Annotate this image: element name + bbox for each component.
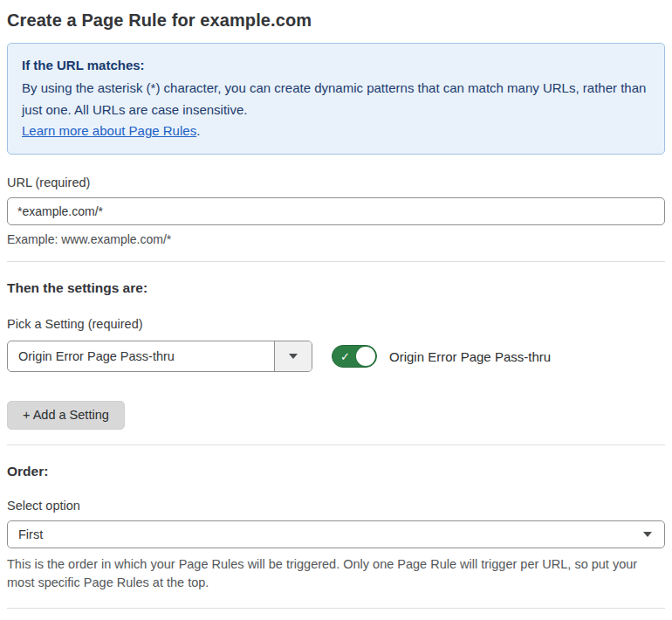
url-match-info-box: If the URL matches: By using the asteris… xyxy=(7,43,665,155)
add-setting-button[interactable]: + Add a Setting xyxy=(7,401,125,430)
page-title: Create a Page Rule for example.com xyxy=(7,10,665,31)
setting-row: Origin Error Page Pass-thru ✓ Origin Err… xyxy=(7,341,665,372)
check-icon: ✓ xyxy=(340,351,350,362)
footer-divider xyxy=(7,608,665,609)
create-page-rule-form: Create a Page Rule for example.com If th… xyxy=(0,0,672,620)
link-period: . xyxy=(196,123,200,138)
info-box-link-line: Learn more about Page Rules. xyxy=(22,121,650,141)
order-section-heading: Order: xyxy=(7,464,665,479)
toggle-knob xyxy=(356,347,375,366)
setting-toggle[interactable]: ✓ xyxy=(332,345,377,368)
pick-setting-label: Pick a Setting (required) xyxy=(7,317,665,331)
section-divider xyxy=(7,444,665,445)
order-help-text: This is the order in which your Page Rul… xyxy=(7,555,653,594)
setting-toggle-label: Origin Error Page Pass-thru xyxy=(389,349,551,364)
url-input[interactable] xyxy=(7,197,665,225)
url-example-hint: Example: www.example.com/* xyxy=(7,232,665,246)
info-box-body: By using the asterisk (*) character, you… xyxy=(22,78,650,121)
info-box-heading: If the URL matches: xyxy=(22,55,650,76)
setting-picker-dropdown[interactable]: Origin Error Page Pass-thru xyxy=(7,341,312,372)
order-select-value: First xyxy=(18,527,43,541)
chevron-down-icon xyxy=(643,532,652,537)
order-select[interactable]: First xyxy=(7,520,665,548)
learn-more-link[interactable]: Learn more about Page Rules xyxy=(22,123,196,138)
setting-picker-arrow-button[interactable] xyxy=(274,341,312,371)
settings-section-heading: Then the settings are: xyxy=(7,280,665,296)
order-select-label: Select option xyxy=(7,499,665,513)
url-field-label: URL (required) xyxy=(7,176,665,189)
chevron-down-icon xyxy=(289,354,298,359)
setting-picker-value: Origin Error Page Pass-thru xyxy=(8,341,274,371)
section-divider xyxy=(7,261,665,262)
